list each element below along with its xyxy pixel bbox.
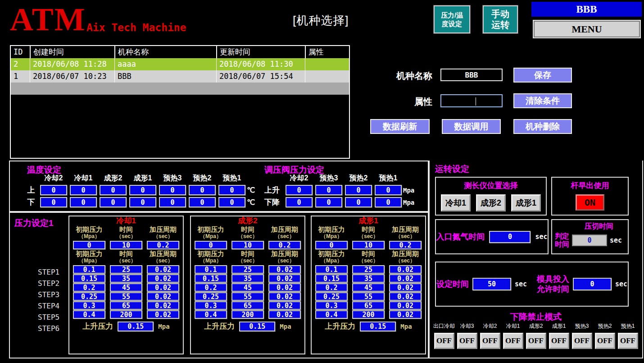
step-pressure-field[interactable]: 0.25 <box>315 292 348 301</box>
step-time-field[interactable]: 65 <box>231 301 264 310</box>
temp-upper-field[interactable]: 0 <box>70 185 97 195</box>
save-button[interactable]: 保存 <box>513 68 572 83</box>
step-time-field[interactable]: 45 <box>110 283 142 292</box>
step-cycle-field[interactable]: 0.02 <box>389 310 422 319</box>
rise-pressure-field[interactable]: 0.15 <box>360 322 396 331</box>
step-cycle-field[interactable]: 0.02 <box>389 301 422 310</box>
valve-rise-field[interactable]: 0 <box>345 185 372 195</box>
init-value-field[interactable]: 0.2 <box>389 241 422 249</box>
step-cycle-field[interactable]: 0.02 <box>268 292 301 301</box>
step-cycle-field[interactable]: 0.02 <box>147 283 179 292</box>
valve-rise-field[interactable]: 0 <box>286 185 313 195</box>
temp-upper-field[interactable]: 0 <box>129 185 156 195</box>
init-value-field[interactable]: 10 <box>231 241 264 249</box>
step-pressure-field[interactable]: 0.15 <box>195 274 227 283</box>
valve-rise-field[interactable]: 0 <box>375 185 402 195</box>
length-gauge-forming2-button[interactable]: 成形2 <box>476 194 506 211</box>
temp-lower-field[interactable]: 0 <box>159 197 186 207</box>
step-cycle-field[interactable]: 0.02 <box>268 265 301 274</box>
init-value-field[interactable]: 0.2 <box>147 241 179 249</box>
step-time-field[interactable]: 65 <box>352 301 385 310</box>
temp-lower-field[interactable]: 0 <box>189 197 216 207</box>
step-cycle-field[interactable]: 0.02 <box>147 274 179 283</box>
table-row-selected[interactable]: 2 2018/06/08 11:28 aaaa 2018/06/08 11:30 <box>11 58 349 70</box>
step-time-field[interactable]: 35 <box>352 274 385 283</box>
valve-fall-field[interactable]: 0 <box>375 197 402 207</box>
step-time-field[interactable]: 35 <box>110 274 142 283</box>
step-pressure-field[interactable]: 0.15 <box>73 274 105 283</box>
step-time-field[interactable]: 25 <box>110 265 142 274</box>
valve-rise-field[interactable]: 0 <box>315 185 342 195</box>
step-time-field[interactable]: 55 <box>231 292 264 301</box>
step-time-field[interactable]: 35 <box>231 274 264 283</box>
step-time-field[interactable]: 200 <box>231 310 264 319</box>
step-time-field[interactable]: 45 <box>231 283 264 292</box>
step-time-field[interactable]: 55 <box>110 292 142 301</box>
step-time-field[interactable]: 65 <box>110 301 142 310</box>
init-value-field[interactable]: 0 <box>73 241 105 249</box>
temp-lower-field[interactable]: 0 <box>40 197 67 207</box>
descend-toggle-button[interactable]: OFF <box>434 333 454 349</box>
step-pressure-field[interactable]: 0.15 <box>315 274 348 283</box>
attribute-input[interactable] <box>441 95 502 106</box>
step-cycle-field[interactable]: 0.02 <box>268 283 301 292</box>
descend-toggle-button[interactable]: OFF <box>503 333 523 349</box>
step-pressure-field[interactable]: 0.3 <box>195 301 227 310</box>
temp-lower-field[interactable]: 0 <box>100 197 127 207</box>
temp-upper-field[interactable]: 0 <box>100 185 127 195</box>
step-time-field[interactable]: 25 <box>352 265 385 274</box>
table-row[interactable]: 1 2018/06/07 10:23 2018/06/07 15:54 BBB <box>11 70 349 83</box>
table-row-empty[interactable] <box>11 83 349 95</box>
temp-upper-field[interactable]: 0 <box>189 185 216 195</box>
step-cycle-field[interactable]: 0.02 <box>389 274 422 283</box>
step-pressure-field[interactable]: 0.25 <box>195 292 227 301</box>
descend-toggle-button[interactable]: OFF <box>595 333 615 349</box>
nitrogen-field[interactable]: 0 <box>489 231 531 243</box>
descend-toggle-button[interactable]: OFF <box>549 333 569 349</box>
temp-upper-field[interactable]: 0 <box>159 185 186 195</box>
step-cycle-field[interactable]: 0.02 <box>389 292 422 301</box>
pressure-temp-setting-button[interactable]: 压力/温 度设定 <box>434 5 470 33</box>
rod-early-toggle[interactable]: ON <box>576 194 604 211</box>
temp-lower-field[interactable]: 0 <box>218 197 245 207</box>
clear-condition-button[interactable]: 清除条件 <box>513 93 572 108</box>
length-gauge-cooling1-button[interactable]: 冷却1 <box>441 194 471 211</box>
step-pressure-field[interactable]: 0.1 <box>195 265 227 274</box>
data-refresh-button[interactable]: 数据刷新 <box>370 119 430 134</box>
init-value-field[interactable]: 10 <box>352 241 385 249</box>
menu-button[interactable]: MENU <box>534 21 640 37</box>
step-cycle-field[interactable]: 0.02 <box>389 283 422 292</box>
valve-fall-field[interactable]: 0 <box>286 197 313 207</box>
step-cycle-field[interactable]: 0.02 <box>389 265 422 274</box>
step-time-field[interactable]: 25 <box>231 265 264 274</box>
step-time-field[interactable]: 45 <box>352 283 385 292</box>
rise-pressure-field[interactable]: 0.15 <box>239 322 275 331</box>
descend-toggle-button[interactable]: OFF <box>572 333 592 349</box>
step-pressure-field[interactable]: 0.4 <box>315 310 348 319</box>
step-pressure-field[interactable]: 0.3 <box>315 301 348 310</box>
machine-name-input[interactable] <box>441 69 502 80</box>
temp-lower-field[interactable]: 0 <box>70 197 97 207</box>
step-cycle-field[interactable]: 0.02 <box>147 265 179 274</box>
descend-toggle-button[interactable]: OFF <box>618 333 638 349</box>
valve-fall-field[interactable]: 0 <box>345 197 372 207</box>
manual-operation-button[interactable]: 手动 运转 <box>483 5 518 33</box>
temp-lower-field[interactable]: 0 <box>129 197 156 207</box>
step-pressure-field[interactable]: 0.4 <box>195 310 227 319</box>
init-value-field[interactable]: 0 <box>195 241 227 249</box>
step-pressure-field[interactable]: 0.2 <box>195 283 227 292</box>
temp-upper-field[interactable]: 0 <box>218 185 245 195</box>
init-value-field[interactable]: 0.2 <box>268 241 301 249</box>
step-time-field[interactable]: 200 <box>110 310 142 319</box>
step-cycle-field[interactable]: 0.02 <box>268 274 301 283</box>
rise-pressure-field[interactable]: 0.15 <box>118 322 154 331</box>
step-time-field[interactable]: 55 <box>352 292 385 301</box>
valve-fall-field[interactable]: 0 <box>315 197 342 207</box>
descend-toggle-button[interactable]: OFF <box>457 333 477 349</box>
set-time-field[interactable]: 50 <box>472 278 511 290</box>
init-value-field[interactable]: 10 <box>110 241 142 249</box>
step-cycle-field[interactable]: 0.02 <box>268 301 301 310</box>
length-gauge-forming1-button[interactable]: 成形1 <box>511 194 541 211</box>
step-pressure-field[interactable]: 0.2 <box>315 283 348 292</box>
step-time-field[interactable]: 200 <box>352 310 385 319</box>
